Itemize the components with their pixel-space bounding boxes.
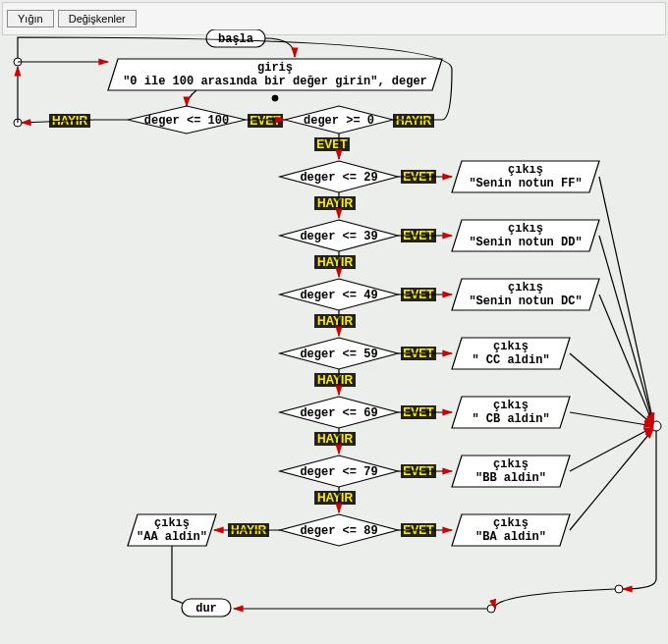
svg-text:deger <= 39: deger <= 39 <box>300 230 377 243</box>
label-evet-2: EVET <box>314 137 350 151</box>
svg-text:deger >= 0: deger >= 0 <box>304 114 374 128</box>
label-evet-1: EVET <box>248 114 283 128</box>
svg-text:" CB aldin": " CB aldin" <box>472 412 549 426</box>
output-bb: çıkış "BB aldin" <box>452 456 570 487</box>
svg-text:HAYIR: HAYIR <box>317 432 354 446</box>
decision-59: deger <= 59 <box>280 338 398 369</box>
svg-text:deger <= 29: deger <= 29 <box>300 171 377 185</box>
output-dc: çıkış "Senin notun DC" <box>452 279 599 310</box>
svg-text:"AA aldin": "AA aldin" <box>137 530 207 544</box>
svg-text:HAYIR: HAYIR <box>317 314 354 328</box>
output-cb: çıkış " CB aldin" <box>452 397 570 428</box>
svg-text:HAYIR: HAYIR <box>317 255 354 269</box>
svg-text:çıkış: çıkış <box>508 222 543 236</box>
decision-29: deger <= 29 <box>280 161 398 192</box>
svg-text:" CC aldin": " CC aldin" <box>472 353 549 367</box>
svg-text:çıkış: çıkış <box>493 516 529 530</box>
svg-text:çıkış: çıkış <box>493 399 529 412</box>
svg-text:dur: dur <box>195 602 217 616</box>
decision-69: deger <= 69 <box>280 397 398 428</box>
svg-text:HAYIR: HAYIR <box>317 373 354 387</box>
svg-text:"Senin notun DC": "Senin notun DC" <box>469 295 582 308</box>
label-hayir-2: HAYIR <box>393 114 434 128</box>
svg-point-87 <box>487 605 495 613</box>
decision-89: deger <= 89 <box>280 514 398 546</box>
start-node: başla <box>206 29 265 47</box>
svg-text:deger <= 59: deger <= 59 <box>300 348 377 361</box>
svg-text:"Senin notun FF": "Senin notun FF" <box>469 177 582 190</box>
output-ff: çıkış "Senin notun FF" <box>452 161 599 192</box>
decision-79: deger <= 79 <box>280 456 398 487</box>
vars-button[interactable]: Değişkenler <box>58 10 137 27</box>
decision-0: deger >= 0 <box>285 106 393 134</box>
svg-text:deger <= 49: deger <= 49 <box>300 289 377 302</box>
svg-text:deger <= 89: deger <= 89 <box>300 524 377 538</box>
svg-text:HAYIR: HAYIR <box>396 114 432 128</box>
svg-text:HAYIR: HAYIR <box>317 491 354 505</box>
svg-text:HAYIR: HAYIR <box>317 196 354 210</box>
svg-text:çıkış: çıkış <box>493 457 529 471</box>
svg-text:EVET: EVET <box>250 114 281 128</box>
svg-point-86 <box>615 585 623 593</box>
svg-text:deger <= 100: deger <= 100 <box>144 114 229 128</box>
flowchart: başla giriş "0 ile 100 arasında bir değe… <box>0 29 668 644</box>
svg-text:çıkış: çıkış <box>154 516 190 530</box>
decision-49: deger <= 49 <box>280 279 398 310</box>
svg-text:deger <= 79: deger <= 79 <box>300 465 377 479</box>
input-node: giriş "0 ile 100 arasında bir değer giri… <box>108 59 442 90</box>
output-cc: çıkış " CC aldin" <box>452 338 570 369</box>
svg-text:"BB aldin": "BB aldin" <box>475 471 546 485</box>
svg-text:deger <= 69: deger <= 69 <box>300 406 377 420</box>
svg-text:çıkış: çıkış <box>508 163 543 177</box>
svg-text:"Senin notun DD": "Senin notun DD" <box>469 236 582 249</box>
svg-text:EVET: EVET <box>316 137 348 151</box>
output-ba: çıkış "BA aldin" <box>452 514 570 546</box>
svg-text:"0 ile 100 arasında bir değer : "0 ile 100 arasında bir değer girin", de… <box>123 75 427 88</box>
output-dd: çıkış "Senin notun DD" <box>452 220 599 251</box>
stack-button[interactable]: Yığın <box>7 10 54 27</box>
svg-text:"BA aldin": "BA aldin" <box>475 530 546 544</box>
decision-100: deger <= 100 <box>128 106 246 134</box>
decision-39: deger <= 39 <box>280 220 398 251</box>
stop-node: dur <box>182 599 231 617</box>
output-aa: çıkış "AA aldin" <box>128 514 216 546</box>
svg-text:çıkış: çıkış <box>493 340 529 353</box>
svg-text:giriş: giriş <box>257 61 293 75</box>
svg-point-7 <box>272 95 278 101</box>
svg-text:çıkış: çıkış <box>508 281 543 295</box>
